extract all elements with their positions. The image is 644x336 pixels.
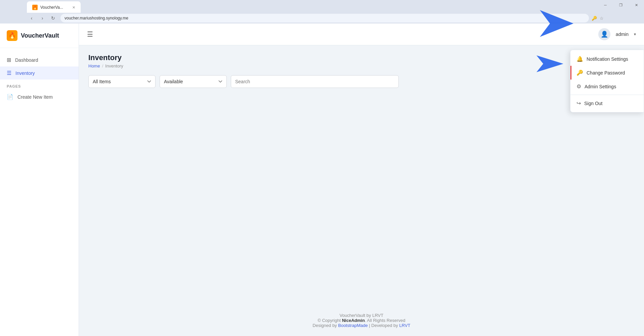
breadcrumb-separator: / bbox=[102, 63, 103, 68]
sidebar: 🔥 VoucherVault ⊞ Dashboard ☰ Inventory P… bbox=[0, 23, 79, 336]
star-icon[interactable]: ☆ bbox=[600, 16, 604, 21]
notification-settings-item[interactable]: 🔔 Notification Settings bbox=[570, 52, 644, 66]
designed-by-label: Designed by bbox=[313, 323, 338, 328]
footer-brand: VoucherVault by LRVT bbox=[87, 313, 636, 318]
copyright-prefix: © Copyright bbox=[317, 318, 342, 323]
breadcrumb-current: Inventory bbox=[105, 63, 123, 68]
footer: VoucherVault by LRVT © Copyright NiceAdm… bbox=[79, 305, 644, 336]
designed-by-link[interactable]: BootstrapMade bbox=[338, 323, 368, 328]
signout-icon: ↪ bbox=[576, 100, 581, 106]
developed-by-link[interactable]: LRVT bbox=[399, 323, 410, 328]
header-right: 👤 admin ▾ bbox=[598, 28, 636, 40]
developed-by-label: | Developed by bbox=[369, 323, 399, 328]
minimize-button[interactable]: ─ bbox=[598, 0, 613, 10]
footer-credits: Designed by BootstrapMade | Developed by… bbox=[87, 323, 636, 328]
logo-icon: 🔥 bbox=[7, 30, 17, 41]
sidebar-dashboard-label: Dashboard bbox=[15, 57, 38, 63]
items-filter-select[interactable]: All Items bbox=[88, 75, 156, 88]
footer-copyright: © Copyright NiceAdmin. All Rights Reserv… bbox=[87, 318, 636, 323]
sidebar-item-inventory[interactable]: ☰ Inventory bbox=[0, 66, 79, 80]
sidebar-logo: 🔥 VoucherVault bbox=[0, 23, 79, 48]
breadcrumb-home-link[interactable]: Home bbox=[88, 63, 100, 68]
logo-text: VoucherVault bbox=[21, 32, 59, 39]
active-tab[interactable]: 🔥 VoucherVa... ✕ bbox=[27, 1, 81, 13]
hamburger-icon: ☰ bbox=[87, 31, 93, 38]
close-button[interactable]: ✕ bbox=[629, 0, 644, 10]
admin-settings-item[interactable]: ⚙ Admin Settings bbox=[570, 80, 644, 93]
top-header: ☰ 👤 admin ▾ bbox=[79, 23, 644, 45]
copyright-name: NiceAdmin bbox=[342, 318, 365, 323]
notification-icon: 🔔 bbox=[576, 56, 583, 62]
restore-button[interactable]: ❐ bbox=[613, 0, 629, 10]
dropdown-divider bbox=[570, 95, 644, 95]
app-wrapper: 🔥 VoucherVault ⊞ Dashboard ☰ Inventory P… bbox=[0, 23, 644, 336]
change-password-item[interactable]: 🔑 Change Password bbox=[570, 66, 644, 80]
copyright-suffix: . All Rights Reserved bbox=[365, 318, 405, 323]
page-title: Inventory bbox=[88, 53, 635, 62]
reload-button[interactable]: ↻ bbox=[48, 13, 58, 23]
dashboard-icon: ⊞ bbox=[7, 57, 11, 63]
pages-section-label: PAGES bbox=[0, 80, 79, 90]
inventory-icon: ☰ bbox=[7, 70, 11, 76]
window-controls[interactable]: ─ ❐ ✕ bbox=[598, 0, 644, 10]
sign-out-item[interactable]: ↪ Sign Out bbox=[570, 96, 644, 110]
tab-bar: 🔥 VoucherVa... ✕ bbox=[27, 0, 81, 13]
tab-title: VoucherVa... bbox=[40, 5, 63, 10]
tab-close-button[interactable]: ✕ bbox=[72, 5, 75, 10]
sidebar-item-create-new-item[interactable]: 📄 Create New Item bbox=[0, 90, 79, 103]
breadcrumb: Home / Inventory bbox=[88, 63, 635, 68]
back-button[interactable]: ‹ bbox=[27, 13, 36, 23]
create-icon: 📄 bbox=[7, 94, 13, 100]
search-input[interactable] bbox=[231, 75, 399, 88]
hamburger-button[interactable]: ☰ bbox=[87, 30, 93, 38]
notification-settings-label: Notification Settings bbox=[587, 56, 628, 62]
change-password-label: Change Password bbox=[587, 70, 625, 76]
sidebar-item-dashboard[interactable]: ⊞ Dashboard bbox=[0, 53, 79, 66]
forward-button[interactable]: › bbox=[38, 13, 47, 23]
user-name-label[interactable]: admin bbox=[616, 32, 629, 37]
admin-settings-label: Admin Settings bbox=[585, 84, 616, 89]
user-chevron-icon[interactable]: ▾ bbox=[634, 32, 636, 37]
content-area: Inventory Home / Inventory All Items Ava… bbox=[79, 45, 644, 305]
sign-out-label: Sign Out bbox=[584, 101, 602, 106]
sidebar-create-label: Create New Item bbox=[17, 94, 53, 100]
settings-icon: ⚙ bbox=[576, 83, 581, 90]
address-bar-row: ‹ › ↻ 🔑 ☆ bbox=[0, 13, 644, 23]
password-icon: 🔑 bbox=[576, 69, 583, 76]
sidebar-nav: ⊞ Dashboard ☰ Inventory PAGES 📄 Create N… bbox=[0, 48, 79, 109]
sidebar-inventory-label: Inventory bbox=[15, 70, 35, 76]
status-filter-select[interactable]: Available bbox=[160, 75, 227, 88]
address-input[interactable] bbox=[60, 14, 589, 22]
filters-row: All Items Available bbox=[88, 75, 635, 88]
browser-chrome: ─ ❐ ✕ 🔥 VoucherVa... ✕ ‹ › ↻ 🔑 ☆ bbox=[0, 0, 644, 23]
user-avatar[interactable]: 👤 bbox=[598, 28, 610, 40]
key-icon[interactable]: 🔑 bbox=[592, 16, 597, 21]
nav-arrows: ‹ › ↻ bbox=[27, 13, 58, 23]
main-content: ☰ 👤 admin ▾ Inventory Home / Inventory A… bbox=[79, 23, 644, 336]
user-dropdown-menu: 🔔 Notification Settings 🔑 Change Passwor… bbox=[570, 50, 644, 112]
tab-favicon: 🔥 bbox=[32, 5, 38, 10]
